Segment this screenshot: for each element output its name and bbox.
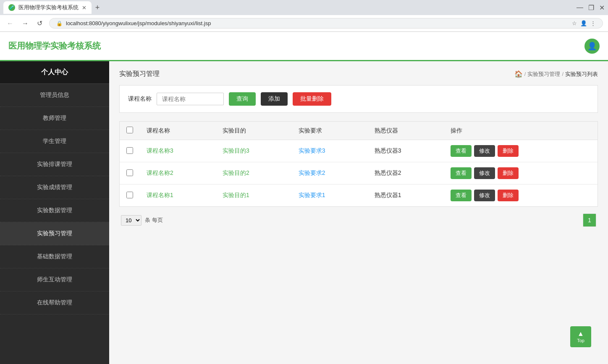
table-col-course: 课程名称	[140, 122, 216, 140]
sidebar-item-help[interactable]: 在线帮助管理	[0, 291, 109, 315]
table-col-action: 操作	[444, 122, 598, 140]
row3-requirement-link[interactable]: 实验要求1	[299, 192, 325, 198]
select-all-checkbox[interactable]	[126, 127, 133, 133]
pagination-area: 10 20 50 条 每页 1	[119, 213, 598, 227]
page-header: 实验预习管理 🏠 / 实验预习管理 / 实验预习列表	[119, 70, 598, 78]
sidebar-item-grades[interactable]: 实验成绩管理	[0, 176, 109, 199]
row1-course: 课程名称3	[140, 140, 216, 162]
data-table-wrapper: 课程名称 实验目的 实验要求 熟悉仪器 操作	[119, 121, 598, 207]
breadcrumb-link1[interactable]: 实验预习管理	[527, 70, 560, 78]
back-btn[interactable]: ←	[5, 18, 15, 29]
row2-view-btn[interactable]: 查看	[451, 167, 472, 179]
batch-delete-button[interactable]: 批量删除	[293, 92, 331, 106]
tab-close-btn[interactable]: ✕	[82, 5, 86, 11]
row2-edit-btn[interactable]: 修改	[474, 167, 495, 179]
sidebar-item-basic-data[interactable]: 基础数据管理	[0, 245, 109, 268]
avatar[interactable]: 👤	[584, 39, 600, 54]
table-row: 课程名称1 实验目的1 实验要求1 熟悉仪器1	[120, 185, 598, 207]
address-bar-row: ← → ↺ 🔒 localhost:8080/yiyongwulixue/jsp…	[0, 15, 608, 32]
sidebar-item-preview[interactable]: 实验预习管理	[0, 222, 109, 245]
per-page-select[interactable]: 10 20 50	[121, 215, 142, 226]
app-header: 医用物理学实验考核系统 👤	[0, 32, 608, 61]
tab-title: 医用物理学实验考核系统	[18, 4, 79, 11]
breadcrumb-current: 实验预习列表	[565, 70, 598, 78]
table-col-checkbox	[120, 122, 140, 140]
app-title: 医用物理学实验考核系统	[8, 40, 101, 52]
row3-view-btn[interactable]: 查看	[451, 190, 472, 201]
sidebar-item-student[interactable]: 学生管理	[0, 130, 109, 153]
refresh-btn[interactable]: ↺	[35, 18, 44, 29]
row2-checkbox[interactable]	[126, 169, 133, 176]
row1-checkbox[interactable]	[126, 147, 133, 154]
sidebar-item-admin-info[interactable]: 管理员信息	[0, 84, 109, 107]
row3-checkbox-cell	[120, 185, 140, 207]
search-bar: 课程名称 查询 添加 批量删除	[119, 85, 598, 113]
row2-instrument: 熟悉仪器2	[368, 162, 444, 185]
search-input[interactable]	[157, 93, 224, 105]
row3-instrument: 熟悉仪器1	[368, 185, 444, 207]
query-button[interactable]: 查询	[229, 92, 256, 106]
sidebar-item-interaction[interactable]: 师生互动管理	[0, 268, 109, 291]
row1-purpose-link[interactable]: 实验目的3	[223, 147, 249, 154]
forward-btn[interactable]: →	[20, 18, 30, 29]
page-title: 实验预习管理	[119, 70, 160, 78]
row2-instrument-text: 熟悉仪器2	[375, 169, 401, 176]
browser-titlebar: 🧪 医用物理学实验考核系统 ✕ + — ❐ ✕	[0, 0, 608, 15]
row3-purpose: 实验目的1	[216, 185, 292, 207]
main-content: 实验预习管理 🏠 / 实验预习管理 / 实验预习列表 课程名称 查询 添加	[109, 61, 608, 364]
search-label: 课程名称	[128, 95, 152, 103]
row3-edit-btn[interactable]: 修改	[474, 190, 495, 201]
table-row: 课程名称2 实验目的2 实验要求2 熟悉仪器2	[120, 162, 598, 185]
row2-requirement-link[interactable]: 实验要求2	[299, 169, 325, 176]
row2-course-link[interactable]: 课程名称2	[147, 169, 173, 176]
browser-window: 🧪 医用物理学实验考核系统 ✕ + — ❐ ✕ ← → ↺ 🔒 localhos…	[0, 0, 608, 364]
row1-purpose: 实验目的3	[216, 140, 292, 162]
row1-checkbox-cell	[120, 140, 140, 162]
address-bar[interactable]: 🔒 localhost:8080/yiyongwulixue/jsp/modul…	[49, 18, 603, 29]
sidebar-header: 个人中心	[0, 61, 109, 84]
table-col-purpose: 实验目的	[216, 122, 292, 140]
window-controls: — ❐ ✕	[577, 4, 605, 12]
menu-icon[interactable]: ⋮	[590, 20, 596, 26]
row3-delete-btn[interactable]: 删除	[498, 190, 519, 201]
row1-action-cell: 查看 修改 删除	[451, 145, 591, 157]
row1-requirement-link[interactable]: 实验要求3	[299, 147, 325, 154]
row3-checkbox[interactable]	[126, 192, 133, 198]
row1-view-btn[interactable]: 查看	[451, 145, 472, 157]
row3-course: 课程名称1	[140, 185, 216, 207]
address-actions: ☆ 👤 ⋮	[572, 20, 596, 26]
row2-checkbox-cell	[120, 162, 140, 185]
row3-purpose-link[interactable]: 实验目的1	[223, 192, 249, 198]
account-icon[interactable]: 👤	[580, 20, 587, 26]
row2-purpose-link[interactable]: 实验目的2	[223, 169, 249, 176]
maximize-btn[interactable]: ❐	[588, 4, 594, 12]
sidebar-item-data[interactable]: 实验数据管理	[0, 199, 109, 222]
row3-course-link[interactable]: 课程名称1	[147, 192, 173, 198]
minimize-btn[interactable]: —	[577, 4, 583, 12]
row1-course-link[interactable]: 课程名称3	[147, 147, 173, 154]
back-to-top-label: Top	[577, 338, 584, 343]
breadcrumb: 🏠 / 实验预习管理 / 实验预习列表	[514, 70, 598, 78]
browser-tab[interactable]: 🧪 医用物理学实验考核系统 ✕	[3, 1, 92, 14]
row2-delete-btn[interactable]: 删除	[498, 167, 519, 179]
new-tab-btn[interactable]: +	[92, 2, 103, 13]
row1-actions: 查看 修改 删除	[444, 140, 598, 162]
page-btn-1[interactable]: 1	[583, 213, 596, 227]
row1-edit-btn[interactable]: 修改	[474, 145, 495, 157]
sidebar-item-teacher[interactable]: 教师管理	[0, 107, 109, 130]
add-button[interactable]: 添加	[261, 92, 288, 106]
close-btn[interactable]: ✕	[599, 4, 605, 12]
table-row: 课程名称3 实验目的3 实验要求3 熟悉仪器3	[120, 140, 598, 162]
sidebar-item-schedule[interactable]: 实验排课管理	[0, 153, 109, 176]
row3-actions: 查看 修改 删除	[444, 185, 598, 207]
table-header-row: 课程名称 实验目的 实验要求 熟悉仪器 操作	[120, 122, 598, 140]
row2-action-cell: 查看 修改 删除	[451, 167, 591, 179]
breadcrumb-home-icon[interactable]: 🏠	[514, 70, 523, 78]
row1-instrument-text: 熟悉仪器3	[375, 147, 401, 154]
row1-delete-btn[interactable]: 删除	[498, 145, 519, 157]
per-page-label: 条 每页	[145, 216, 163, 224]
star-icon[interactable]: ☆	[572, 20, 577, 26]
back-to-top-btn[interactable]: ▲ Top	[570, 326, 591, 347]
lock-icon: 🔒	[56, 21, 63, 26]
row2-purpose: 实验目的2	[216, 162, 292, 185]
